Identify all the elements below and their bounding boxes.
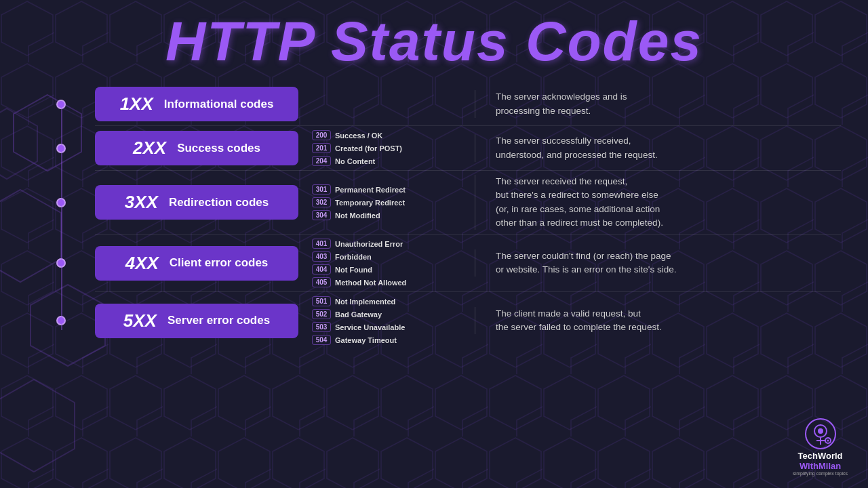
main-content: HTTP Status Codes 1XXInformational codes…: [0, 0, 868, 363]
category-code: 5XX: [123, 310, 157, 331]
sub-code-label: No Content: [335, 157, 375, 165]
brand-tagline: simplifying complex topics: [793, 471, 848, 476]
sub-code-number: 301: [312, 184, 331, 195]
category-badge: 5XXServer error codes: [95, 304, 298, 338]
sub-code-label: Gateway Timeout: [335, 336, 397, 344]
sub-code-number: 501: [312, 296, 331, 306]
category-description: The server successfully received,underst…: [475, 134, 841, 162]
page-title: HTTP Status Codes: [27, 14, 841, 69]
sub-codes: 401Unauthorized Error403Forbidden404Not …: [312, 239, 461, 287]
sub-code-item: 503Service Unavailable: [312, 322, 461, 332]
category-description: The server received the request,but ther…: [475, 175, 841, 230]
sub-code-label: Not Found: [335, 266, 372, 274]
category-description: The server couldn't find (or reach) the …: [475, 249, 841, 277]
category-badge: 3XXRedirection codes: [95, 185, 298, 220]
category-row: 2XXSuccess codes200Success / OK201Create…: [95, 126, 841, 171]
brand-section: TechWorld WithMilan simplifying complex …: [793, 418, 848, 476]
category-name: Redirection codes: [169, 196, 269, 209]
sub-code-number: 401: [312, 239, 331, 249]
sub-code-label: Temporary Redirect: [335, 199, 405, 207]
sub-code-item: 204No Content: [312, 156, 461, 166]
sub-code-label: Method Not Allowed: [335, 279, 406, 287]
category-badge: 2XXSuccess codes: [95, 131, 298, 165]
sub-code-item: 401Unauthorized Error: [312, 239, 461, 249]
sub-code-label: Success / OK: [335, 131, 382, 140]
category-name: Client error codes: [170, 256, 269, 270]
sub-code-label: Not Implemented: [335, 298, 395, 306]
sub-code-number: 302: [312, 197, 331, 207]
sub-code-item: 201Created (for POST): [312, 143, 461, 153]
sub-code-number: 504: [312, 335, 331, 345]
category-code: 1XX: [120, 94, 153, 115]
sub-code-number: 502: [312, 309, 331, 319]
category-row: 4XXClient error codes401Unauthorized Err…: [95, 235, 841, 292]
sub-codes: 200Success / OK201Created (for POST)204N…: [312, 130, 461, 166]
category-row: 1XXInformational codesThe server acknowl…: [95, 83, 841, 126]
category-row: 3XXRedirection codes301Permanent Redirec…: [95, 171, 841, 235]
sub-code-number: 403: [312, 251, 331, 262]
sub-code-number: 304: [312, 210, 331, 220]
sub-code-item: 302Temporary Redirect: [312, 197, 461, 207]
category-row: 5XXServer error codes501Not Implemented5…: [95, 292, 841, 349]
category-badge: 1XXInformational codes: [95, 87, 298, 121]
sub-code-item: 404Not Found: [312, 264, 461, 274]
sub-code-label: Created (for POST): [335, 144, 402, 152]
brand-icon: [804, 418, 837, 450]
sub-code-label: Not Modified: [335, 211, 380, 220]
category-description: The client made a valid request, butthe …: [475, 307, 841, 335]
sub-codes: 501Not Implemented502Bad Gateway503Servi…: [312, 296, 461, 345]
sub-code-number: 201: [312, 143, 331, 153]
sub-code-label: Forbidden: [335, 253, 372, 261]
category-name: Informational codes: [164, 98, 274, 111]
sub-code-item: 200Success / OK: [312, 130, 461, 140]
categories-list: 1XXInformational codesThe server acknowl…: [95, 83, 841, 349]
category-badge: 4XXClient error codes: [95, 246, 298, 281]
sub-code-item: 501Not Implemented: [312, 296, 461, 306]
category-name: Server error codes: [167, 314, 270, 327]
sub-code-number: 405: [312, 277, 331, 287]
sub-code-label: Permanent Redirect: [335, 186, 406, 194]
category-code: 2XX: [133, 138, 166, 159]
sub-code-number: 404: [312, 264, 331, 274]
category-name: Success codes: [177, 142, 260, 155]
timeline-line: [61, 102, 62, 330]
sub-code-item: 403Forbidden: [312, 251, 461, 262]
sub-code-label: Service Unavailable: [335, 323, 405, 331]
sub-code-item: 504Gateway Timeout: [312, 335, 461, 345]
sub-code-item: 502Bad Gateway: [312, 309, 461, 319]
sub-code-item: 304Not Modified: [312, 210, 461, 220]
sub-code-number: 200: [312, 130, 331, 140]
category-code: 3XX: [125, 192, 158, 213]
sub-code-item: 301Permanent Redirect: [312, 184, 461, 195]
brand-line2: WithMilan: [800, 462, 841, 471]
sub-code-label: Unauthorized Error: [335, 240, 403, 248]
svg-point-14: [827, 440, 829, 442]
brand-line1: TechWorld: [798, 451, 843, 461]
sub-code-number: 204: [312, 156, 331, 166]
svg-marker-6: [0, 380, 75, 472]
category-description: The server acknowledges and isprocessing…: [475, 90, 841, 118]
sub-code-number: 503: [312, 322, 331, 332]
sub-code-label: Bad Gateway: [335, 310, 382, 319]
sub-code-item: 405Method Not Allowed: [312, 277, 461, 287]
category-code: 4XX: [125, 253, 159, 274]
svg-point-10: [818, 428, 823, 434]
sub-codes: 301Permanent Redirect302Temporary Redire…: [312, 184, 461, 220]
